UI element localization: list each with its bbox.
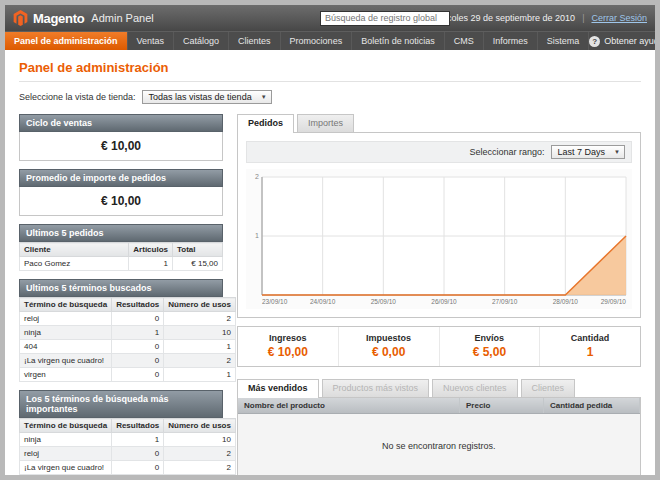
cell: 2 <box>164 447 236 461</box>
products-tabs: Más vendidos Productos más vistos Nuevos… <box>237 379 641 397</box>
panel-title: Ultimos 5 términos buscados <box>19 279 223 297</box>
current-date: miércoles 29 de septiembre de 2010 <box>430 13 576 23</box>
table-row[interactable]: 404 0 1 <box>20 340 236 354</box>
chart-tabs: Pedidos Importes <box>237 114 641 132</box>
stat-value: 1 <box>540 345 640 359</box>
table-row[interactable]: reloj 0 2 <box>20 447 236 461</box>
logo-text: Magento <box>33 11 84 26</box>
nav-item-cms[interactable]: CMS <box>445 32 484 50</box>
cell: 1 <box>112 326 164 340</box>
svg-text:23/09/10: 23/09/10 <box>262 298 288 305</box>
cell: 0 <box>112 475 164 476</box>
stat-label: Cantidad <box>540 333 640 343</box>
table-row[interactable]: virgen 0 1 <box>20 368 236 382</box>
panel-title: Los 5 términos de búsqueda más important… <box>19 390 223 418</box>
empty-row: No se encontraron registros. <box>238 414 640 476</box>
tab-importes[interactable]: Importes <box>297 114 354 132</box>
nav-item-sistema[interactable]: Sistema <box>538 32 590 50</box>
logout-link[interactable]: Cerrar Sesión <box>591 13 647 23</box>
svg-text:24/09/10: 24/09/10 <box>310 298 336 305</box>
panel-title: Promedio de importe de pedidos <box>19 169 223 187</box>
cell: 0 <box>112 368 164 382</box>
cell: 404 <box>20 340 112 354</box>
stat-value: € 5,00 <box>440 345 540 359</box>
cell: ¡La virgen que cuadro! <box>20 354 112 368</box>
nav-item-informes[interactable]: Informes <box>484 32 538 50</box>
orders-chart: 1223/09/1024/09/1025/09/1026/09/1027/09/… <box>246 169 632 309</box>
help-link[interactable]: ? Obtener ayuda para esta página <box>589 32 655 50</box>
cell: 1 <box>164 340 236 354</box>
column-header: Resultados <box>112 298 164 312</box>
svg-text:29/09/10: 29/09/10 <box>601 298 627 305</box>
top-search-terms-panel: Los 5 términos de búsqueda más important… <box>19 390 223 475</box>
cell: 0 <box>112 340 164 354</box>
nav-item-clientes[interactable]: Clientes <box>229 32 281 50</box>
range-bar: Seleccionar rango: Last 7 Days ▼ <box>246 141 632 163</box>
column-header: Número de usos <box>164 419 236 433</box>
stat-ingresos: Ingresos € 10,00 <box>238 327 338 366</box>
table-row[interactable]: 404 0 1 <box>20 475 236 476</box>
tab-pedidos[interactable]: Pedidos <box>237 114 294 133</box>
dashboard-columns: Ciclo de ventas € 10,00 Promedio de impo… <box>5 108 655 475</box>
table-row[interactable]: ¡La virgen que cuadro! 0 2 <box>20 461 236 475</box>
last-search-terms-panel: Ultimos 5 términos buscados Término de b… <box>19 279 223 382</box>
svg-text:2: 2 <box>255 173 259 180</box>
nav-item-dashboard[interactable]: Panel de administración <box>5 32 128 50</box>
svg-text:28/09/10: 28/09/10 <box>553 298 579 305</box>
column-header: Nombre del producto <box>238 398 460 414</box>
cell: ninja <box>20 433 112 447</box>
range-value: Last 7 Days <box>558 147 606 157</box>
nav-item-boletin[interactable]: Boletín de noticias <box>352 32 445 50</box>
stat-envios: Envíos € 5,00 <box>439 327 540 366</box>
magento-logo-icon <box>13 10 28 26</box>
table-row[interactable]: Paco Gomez 1 € 15,00 <box>20 257 223 271</box>
top-search-table: Término de búsqueda Resultados Número de… <box>19 418 236 475</box>
range-label: Seleccionar rango: <box>469 147 544 157</box>
cell: 1 <box>129 257 173 271</box>
last-orders-table: Cliente Artículos Total Paco Gomez 1 € 1… <box>19 242 223 271</box>
chevron-down-icon: ▼ <box>614 149 620 155</box>
last-search-table: Término de búsqueda Resultados Número de… <box>19 297 236 382</box>
stat-label: Ingresos <box>238 333 338 343</box>
cell: 10 <box>164 433 236 447</box>
column-header: Cantidad pedida <box>544 398 640 414</box>
global-search-input[interactable] <box>320 11 450 26</box>
column-header: Precio <box>460 398 544 414</box>
nav-item-promociones[interactable]: Promociones <box>281 32 353 50</box>
chevron-down-icon: ▼ <box>261 94 267 100</box>
cell: 2 <box>164 312 236 326</box>
store-view-select[interactable]: Todas las vistas de tienda ▼ <box>142 90 272 104</box>
store-view-value: Todas las vistas de tienda <box>149 92 252 102</box>
dashboard-main: Pedidos Importes Seleccionar rango: Last… <box>237 114 641 475</box>
table-row[interactable]: ninja 1 10 <box>20 326 236 340</box>
cell: 1 <box>164 368 236 382</box>
cell: 0 <box>112 354 164 368</box>
cell: 404 <box>20 475 112 476</box>
nav-item-ventas[interactable]: Ventas <box>128 32 175 50</box>
products-table: Nombre del producto Precio Cantidad pedi… <box>238 398 640 475</box>
average-order-value: € 10,00 <box>19 187 223 216</box>
table-row[interactable]: ninja 1 10 <box>20 433 236 447</box>
column-header: Cliente <box>20 243 129 257</box>
nav-item-catalogo[interactable]: Catálogo <box>174 32 229 50</box>
logo-suffix: Admin Panel <box>91 12 153 24</box>
tab-mas-vendidos[interactable]: Más vendidos <box>237 379 319 398</box>
magento-logo[interactable]: Magento Admin Panel <box>13 10 154 26</box>
stat-label: Envíos <box>440 333 540 343</box>
tab-productos-mas-vistos: Productos más vistos <box>322 379 430 397</box>
stat-value: € 10,00 <box>238 345 338 359</box>
cell: 1 <box>112 433 164 447</box>
svg-text:27/09/10: 27/09/10 <box>492 298 518 305</box>
column-header: Término de búsqueda <box>20 419 112 433</box>
range-select[interactable]: Last 7 Days ▼ <box>551 145 625 159</box>
last-orders-panel: Ultimos 5 pedidos Cliente Artículos Tota… <box>19 224 223 271</box>
header: Magento Admin Panel Accedió como aparco … <box>5 5 655 31</box>
cell: 1 <box>164 475 236 476</box>
table-row[interactable]: reloj 0 2 <box>20 312 236 326</box>
cell: 0 <box>112 461 164 475</box>
dashboard-sidebar: Ciclo de ventas € 10,00 Promedio de impo… <box>19 114 223 475</box>
help-label: Obtener ayuda para esta página <box>604 36 655 46</box>
svg-text:1: 1 <box>255 232 259 239</box>
store-view-bar: Seleccione la vista de tienda: Todas las… <box>5 82 655 108</box>
table-row[interactable]: ¡La virgen que cuadro! 0 2 <box>20 354 236 368</box>
